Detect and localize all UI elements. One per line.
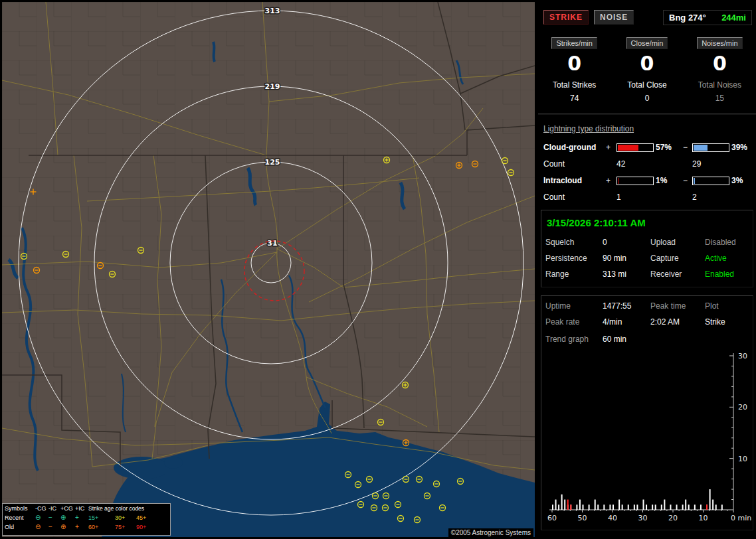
- totals: Total Strikes 74 Total Close 0 Total Noi…: [538, 80, 756, 103]
- legend-ic-neg-header: -IC: [48, 504, 60, 513]
- legend-symbols-header: Symbols: [5, 504, 35, 513]
- status-grid: Squelch 0 Upload Disabled Persistence 90…: [545, 238, 753, 279]
- svg-text:20: 20: [668, 514, 678, 522]
- range-ring-label: 125: [265, 158, 280, 167]
- receiver-status: Enabled: [705, 270, 753, 279]
- svg-text:30: 30: [738, 352, 747, 360]
- ic-plus-count: 1: [616, 193, 654, 202]
- receiver-label: Receiver: [650, 270, 705, 279]
- legend-old-label: Old: [5, 522, 35, 532]
- svg-text:40: 40: [608, 514, 617, 522]
- plus-icon: +: [75, 522, 88, 532]
- total-noises-label: Total Noises: [684, 80, 756, 90]
- age-code-45: 45+: [136, 513, 157, 522]
- minus-icon: −: [48, 522, 60, 532]
- total-close-label: Total Close: [611, 80, 683, 90]
- age-code-15: 15+: [88, 513, 115, 522]
- session-panel: Uptime 1477:55 Peak time Plot Peak rate …: [541, 295, 753, 530]
- noises-per-min-value: 0: [684, 52, 756, 75]
- plus-sign: +: [606, 143, 616, 152]
- cg-plus-count: 42: [616, 159, 654, 169]
- cg-plus-pct: 57%: [654, 143, 683, 152]
- age-code-30: 30+: [115, 513, 136, 522]
- section-divider: [538, 114, 756, 115]
- total-strikes: Total Strikes 74: [538, 80, 611, 103]
- legend-age-title: Strike age color codes: [88, 504, 157, 513]
- uptime-label: Uptime: [545, 301, 603, 311]
- legend-cg-neg-header: -CG: [35, 504, 48, 513]
- close-per-min-value: 0: [611, 52, 683, 75]
- total-strikes-value: 74: [538, 94, 611, 103]
- map-legend: Symbols -CG -IC +CG +IC Strike age color…: [2, 503, 171, 536]
- squelch-value: 0: [603, 238, 650, 247]
- legend-header-row: Symbols -CG -IC +CG +IC Strike age color…: [3, 504, 170, 513]
- persistence-label: Persistence: [545, 254, 603, 263]
- ic-plus-pct: 1%: [654, 176, 683, 185]
- age-code-75: 75+: [115, 522, 136, 532]
- noise-button[interactable]: NOISE: [594, 10, 634, 25]
- strikes-per-min-chip: Strikes/min: [551, 37, 597, 49]
- ic-count-label: Count: [543, 193, 606, 202]
- squelch-label: Squelch: [545, 238, 603, 247]
- minus-sign: −: [683, 143, 692, 152]
- distribution-title: Lightning type distribution: [543, 124, 756, 133]
- mode-toolbar: STRIKE NOISE Bng 274° 244mi: [543, 9, 752, 25]
- legend-recent-row: Recent ⊖ − ⊕ + 15+ 30+ 45+: [3, 513, 170, 522]
- legend-ic-pos-header: +IC: [75, 504, 88, 513]
- range-ring-label: 219: [265, 82, 280, 91]
- cg-count-label: Count: [543, 159, 606, 169]
- minus-icon: −: [48, 513, 60, 522]
- total-noises: Total Noises 15: [684, 80, 756, 103]
- svg-text:0 min: 0 min: [731, 514, 751, 522]
- trend-graph-row: Trend graph 60 min: [545, 335, 753, 344]
- svg-text:20: 20: [738, 403, 747, 412]
- strike-button[interactable]: STRIKE: [543, 10, 589, 25]
- close-per-min: Close/min 0: [611, 37, 683, 75]
- session-grid: Uptime 1477:55 Peak time Plot Peak rate …: [545, 301, 753, 327]
- upload-status: Disabled: [705, 238, 753, 247]
- range-value: 313 mi: [603, 270, 650, 279]
- range-ring-label: 31: [267, 239, 277, 248]
- status-panel: 3/15/2026 2:10:11 AM Squelch 0 Upload Di…: [541, 210, 753, 287]
- rate-counters: Strikes/min 0 Close/min 0 Noises/min 0: [538, 37, 756, 75]
- peak-rate-value: 4/min: [603, 317, 650, 327]
- lake: [164, 457, 183, 469]
- svg-text:30: 30: [638, 514, 648, 522]
- peak-time-label: Peak time: [650, 301, 705, 311]
- capture-status: Active: [705, 254, 753, 263]
- total-close: Total Close 0: [611, 80, 683, 103]
- range-label: Range: [545, 270, 603, 279]
- strikes-per-min-value: 0: [538, 52, 611, 75]
- noises-per-min-chip: Noises/min: [697, 37, 742, 49]
- ic-minus-pct: 3%: [729, 176, 756, 185]
- cloud-ground-label: Cloud-ground: [543, 143, 606, 152]
- age-code-90: 90+: [136, 522, 157, 532]
- close-per-min-chip: Close/min: [626, 37, 668, 49]
- circle-minus-icon: ⊖: [35, 513, 48, 522]
- trend-window-value: 60 min: [603, 335, 753, 344]
- capture-label: Capture: [650, 254, 705, 263]
- cg-minus-pct: 39%: [729, 143, 756, 152]
- bearing-label: Bng 274°: [669, 13, 706, 23]
- distribution-grid: Cloud-ground + 57% − 39% Count 42 29 Int…: [543, 143, 756, 202]
- range-ring-label: 313: [265, 7, 280, 15]
- lake: [213, 42, 215, 62]
- legend-cg-pos-header: +CG: [60, 504, 75, 513]
- legend-old-row: Old ⊖ − ⊕ + 60+ 75+ 90+: [3, 522, 170, 532]
- minus-sign: −: [683, 176, 692, 185]
- peak-time-value: 2:02 AM: [650, 317, 705, 327]
- plot-value: Strike: [705, 317, 753, 327]
- ic-minus-count: 2: [692, 193, 729, 202]
- age-code-60: 60+: [88, 522, 115, 532]
- circle-plus-icon: ⊕: [60, 522, 75, 532]
- uptime-value: 1477:55: [603, 301, 650, 311]
- circle-minus-icon: ⊖: [35, 522, 48, 532]
- legend-recent-label: Recent: [5, 513, 35, 522]
- svg-text:10: 10: [738, 455, 747, 463]
- svg-text:50: 50: [578, 514, 587, 522]
- trend-graph-label: Trend graph: [545, 335, 603, 344]
- stats-sidebar: STRIKE NOISE Bng 274° 244mi Strikes/min …: [538, 0, 756, 539]
- total-close-value: 0: [611, 94, 683, 103]
- plot-label: Plot: [705, 301, 753, 311]
- ic-minus-bar: [692, 177, 729, 185]
